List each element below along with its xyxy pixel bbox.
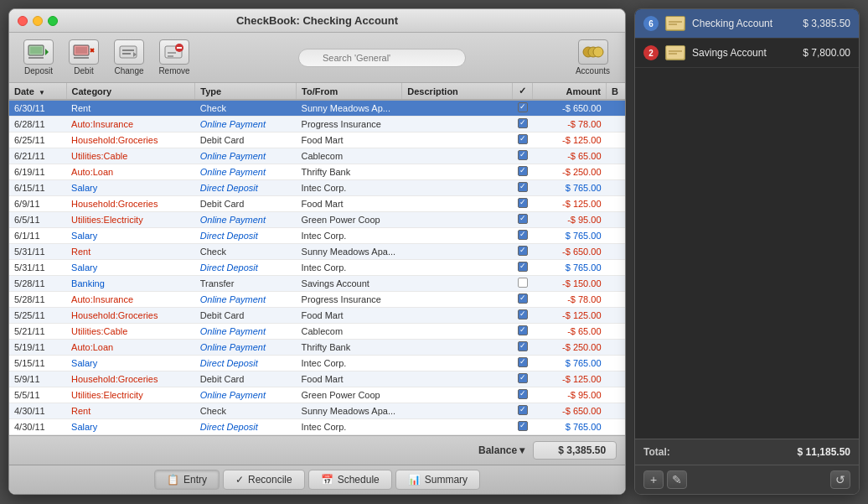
checkbox-checked[interactable]: [518, 309, 528, 320]
checkbox-checked[interactable]: [518, 214, 528, 224]
cell-description: [402, 419, 513, 435]
tab-schedule[interactable]: 📅 Schedule: [308, 470, 392, 490]
table-row[interactable]: 6/19/11 Auto:Loan Online Payment Thrifty…: [9, 164, 625, 180]
cell-check[interactable]: [513, 356, 533, 372]
table-row[interactable]: 5/31/11 Salary Direct Deposit Intec Corp…: [9, 260, 625, 276]
table-row[interactable]: 4/30/11 Rent Check Sunny Meadows Apa... …: [9, 403, 625, 419]
col-header-description[interactable]: Description: [402, 83, 513, 100]
table-row[interactable]: 5/5/11 Utilities:Electricity Online Paym…: [9, 387, 625, 403]
tab-entry[interactable]: 📋 Entry: [154, 470, 220, 490]
cell-type: Online Payment: [195, 212, 297, 228]
col-header-category[interactable]: Category: [66, 83, 195, 100]
table-row[interactable]: 6/21/11 Utilities:Cable Online Payment C…: [9, 148, 625, 164]
edit-account-button[interactable]: ✎: [667, 470, 687, 489]
balance-dropdown-arrow[interactable]: ▾: [519, 444, 524, 456]
checkbox-checked[interactable]: [518, 102, 528, 112]
col-header-amount[interactable]: Amount: [533, 83, 607, 100]
checkbox-checked[interactable]: [518, 246, 528, 256]
col-header-date[interactable]: Date ▼: [9, 83, 66, 100]
col-header-check[interactable]: ✓: [513, 83, 533, 100]
cell-type: Direct Deposit: [195, 180, 297, 196]
cell-check[interactable]: [513, 419, 533, 435]
cell-check[interactable]: [513, 228, 533, 244]
col-header-type[interactable]: Type: [195, 83, 297, 100]
table-row[interactable]: 5/28/11 Banking Transfer Savings Account…: [9, 276, 625, 292]
maximize-button[interactable]: [48, 16, 58, 26]
table-row[interactable]: 6/25/11 Household:Groceries Debit Card F…: [9, 132, 625, 148]
checkbox-checked[interactable]: [518, 118, 528, 128]
change-button[interactable]: Change: [108, 38, 150, 77]
checkbox-checked[interactable]: [518, 166, 528, 176]
checkbox-checked[interactable]: [518, 405, 528, 415]
tab-reconcile[interactable]: ✓ Reconcile: [223, 470, 305, 490]
svg-rect-8: [74, 57, 89, 59]
checkbox-checked[interactable]: [518, 134, 528, 144]
tab-summary[interactable]: 📊 Summary: [395, 470, 480, 490]
minimize-button[interactable]: [33, 16, 43, 26]
cell-check[interactable]: [513, 148, 533, 164]
cell-check[interactable]: [513, 372, 533, 387]
cell-category: Rent: [66, 244, 195, 260]
col-header-tofrom[interactable]: To/From: [297, 83, 402, 100]
cell-check[interactable]: [513, 244, 533, 260]
checkbox-checked[interactable]: [518, 357, 528, 367]
cell-check[interactable]: [513, 308, 533, 324]
tab-schedule-label: Schedule: [338, 474, 380, 486]
cell-check[interactable]: [513, 132, 533, 148]
cell-b: [607, 117, 626, 132]
cell-check[interactable]: [513, 276, 533, 292]
cell-check[interactable]: [513, 292, 533, 308]
checkbox-checked[interactable]: [518, 198, 528, 208]
table-row[interactable]: 5/15/11 Salary Direct Deposit Intec Corp…: [9, 356, 625, 372]
cell-check[interactable]: [513, 324, 533, 340]
table-row[interactable]: 5/21/11 Utilities:Cable Online Payment C…: [9, 324, 625, 340]
balance-bar: Balance ▾ $ 3,385.50: [9, 435, 625, 465]
checkbox-checked[interactable]: [518, 182, 528, 192]
table-row[interactable]: 6/28/11 Auto:Insurance Online Payment Pr…: [9, 117, 625, 132]
remove-button[interactable]: Remove: [153, 38, 195, 77]
cell-check[interactable]: [513, 100, 533, 117]
cell-check[interactable]: [513, 387, 533, 403]
cell-check[interactable]: [513, 260, 533, 276]
table-row[interactable]: 5/19/11 Auto:Loan Online Payment Thrifty…: [9, 340, 625, 356]
cell-check[interactable]: [513, 164, 533, 180]
checkbox-checked[interactable]: [518, 230, 528, 240]
deposit-button[interactable]: Deposit: [18, 38, 59, 77]
accounts-button[interactable]: Accounts: [569, 38, 617, 77]
cell-check[interactable]: [513, 180, 533, 196]
checkbox-checked[interactable]: [518, 262, 528, 272]
table-row[interactable]: 6/30/11 Rent Check Sunny Meadows Ap... -…: [9, 100, 625, 117]
cell-amount: -$ 150.00: [533, 276, 607, 292]
checkbox-checked[interactable]: [518, 294, 528, 304]
debit-button[interactable]: Debit: [63, 38, 105, 77]
checkbox-checked[interactable]: [518, 341, 528, 351]
cell-check[interactable]: [513, 212, 533, 228]
table-row[interactable]: 4/30/11 Salary Direct Deposit Intec Corp…: [9, 419, 625, 435]
account-item-savings[interactable]: 2 Savings Account $ 7,800.00: [635, 39, 859, 68]
table-row[interactable]: 5/31/11 Rent Check Sunny Meadows Apa... …: [9, 244, 625, 260]
checkbox-checked[interactable]: [518, 373, 528, 383]
cell-check[interactable]: [513, 117, 533, 132]
checkbox-checked[interactable]: [518, 325, 528, 335]
table-row[interactable]: 6/1/11 Salary Direct Deposit Intec Corp.…: [9, 228, 625, 244]
checkbox-unchecked[interactable]: [518, 278, 528, 288]
checkbox-checked[interactable]: [518, 150, 528, 160]
cell-check[interactable]: [513, 340, 533, 356]
cell-category: Utilities:Cable: [66, 148, 195, 164]
add-account-button[interactable]: +: [643, 470, 664, 489]
search-input[interactable]: [298, 49, 466, 67]
checkbox-checked[interactable]: [518, 389, 528, 399]
table-row[interactable]: 6/5/11 Utilities:Electricity Online Paym…: [9, 212, 625, 228]
cell-category: Utilities:Electricity: [66, 212, 195, 228]
account-item-checking[interactable]: 6 Checking Account $ 3,385.50: [635, 9, 859, 39]
table-row[interactable]: 5/28/11 Auto:Insurance Online Payment Pr…: [9, 292, 625, 308]
table-row[interactable]: 6/9/11 Household:Groceries Debit Card Fo…: [9, 196, 625, 212]
table-row[interactable]: 5/25/11 Household:Groceries Debit Card F…: [9, 308, 625, 324]
checkbox-checked[interactable]: [518, 421, 528, 431]
table-row[interactable]: 5/9/11 Household:Groceries Debit Card Fo…: [9, 372, 625, 387]
cell-check[interactable]: [513, 403, 533, 419]
refresh-button[interactable]: ↺: [830, 470, 850, 489]
close-button[interactable]: [18, 16, 28, 26]
cell-check[interactable]: [513, 196, 533, 212]
table-row[interactable]: 6/15/11 Salary Direct Deposit Intec Corp…: [9, 180, 625, 196]
